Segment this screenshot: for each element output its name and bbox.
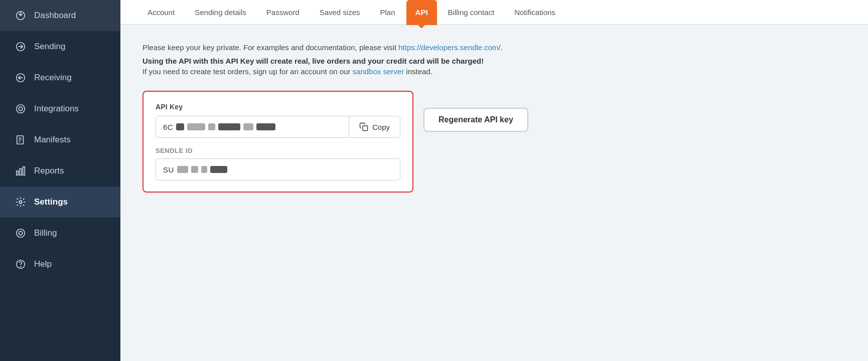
svg-rect-15: [17, 171, 19, 175]
help-icon: [14, 258, 27, 271]
sidebar-item-label: Sending: [34, 42, 65, 52]
api-key-redacted-1: [176, 123, 184, 130]
tab-billing-contact[interactable]: Billing contact: [439, 0, 504, 25]
billing-icon: [14, 227, 27, 240]
sending-icon: [14, 40, 27, 53]
sidebar-item-label: Manifests: [34, 135, 71, 145]
sidebar-item-label: Integrations: [34, 104, 79, 114]
api-key-redacted-3: [208, 123, 215, 130]
svg-point-19: [17, 229, 25, 238]
svg-point-22: [21, 267, 21, 267]
api-section: API Key 6C: [142, 91, 846, 193]
dashboard-icon: [14, 9, 27, 22]
copy-icon: [359, 122, 368, 131]
settings-icon: [14, 196, 27, 209]
api-key-prefix: 6C: [163, 123, 173, 131]
sidebar-item-receiving[interactable]: Receiving: [0, 62, 120, 93]
api-key-redacted-6: [256, 123, 275, 130]
tab-account[interactable]: Account: [138, 0, 184, 25]
svg-rect-16: [20, 168, 22, 175]
reports-icon: [14, 164, 27, 177]
sidebar-item-help[interactable]: Help: [0, 249, 120, 280]
sidebar-item-sending[interactable]: Sending: [0, 31, 120, 62]
api-key-input: 6C: [156, 116, 349, 138]
tab-api[interactable]: API: [406, 0, 437, 25]
sidebar-item-settings[interactable]: Settings: [0, 187, 120, 218]
api-key-label: API Key: [156, 103, 400, 111]
sendle-id-redacted-4: [210, 166, 227, 173]
svg-point-10: [17, 105, 25, 113]
warning-bold-text: Using the API with this API Key will cre…: [142, 57, 846, 65]
receiving-icon: [14, 71, 27, 84]
sidebar-item-billing[interactable]: Billing: [0, 218, 120, 249]
info-text: Please keep your key private. For exampl…: [142, 43, 846, 52]
api-key-row: 6C Copy: [156, 116, 400, 138]
copy-button[interactable]: Copy: [349, 116, 400, 138]
svg-point-20: [19, 231, 22, 235]
sendle-id-redacted-3: [201, 166, 207, 173]
sidebar-item-manifests[interactable]: Manifests: [0, 124, 120, 155]
tab-sending-details[interactable]: Sending details: [186, 0, 255, 25]
warning-block: Using the API with this API Key will cre…: [142, 57, 846, 76]
sidebar-item-dashboard[interactable]: Dashboard: [0, 0, 120, 31]
sandbox-link[interactable]: sandbox server: [353, 67, 404, 76]
sidebar-item-label: Dashboard: [34, 11, 76, 21]
content-area: Please keep your key private. For exampl…: [120, 25, 868, 361]
sidebar: Dashboard Sending Receiving Integrations…: [0, 0, 120, 361]
api-key-redacted-5: [243, 123, 253, 130]
main-content: Account Sending details Password Saved s…: [120, 0, 868, 361]
svg-point-18: [19, 201, 22, 204]
api-key-redacted-2: [187, 123, 205, 130]
sidebar-item-label: Help: [34, 259, 52, 269]
manifests-icon: [14, 133, 27, 146]
docs-link[interactable]: https://developers.sendle.com/: [398, 43, 500, 52]
api-key-redacted-4: [218, 123, 240, 130]
sidebar-item-label: Reports: [34, 166, 64, 176]
tab-plan[interactable]: Plan: [371, 0, 404, 25]
sidebar-item-integrations[interactable]: Integrations: [0, 93, 120, 124]
regenerate-api-key-button[interactable]: Regenerate API key: [423, 108, 528, 132]
sendle-id-label: Sendle ID: [156, 147, 400, 154]
sidebar-item-label: Billing: [34, 228, 57, 238]
sendle-id-redacted-1: [177, 166, 188, 173]
api-key-box: API Key 6C: [142, 91, 413, 193]
svg-rect-17: [23, 167, 25, 175]
sendle-id-input: SU: [156, 158, 400, 180]
sendle-id-prefix: SU: [163, 165, 174, 174]
tab-password[interactable]: Password: [257, 0, 309, 25]
sendle-id-redacted-2: [191, 166, 198, 173]
svg-rect-23: [363, 126, 368, 131]
sidebar-item-reports[interactable]: Reports: [0, 155, 120, 187]
sidebar-item-label: Settings: [34, 197, 68, 207]
integrations-icon: [14, 102, 27, 115]
warning-normal-text: If you need to create test orders, sign …: [142, 67, 846, 76]
tab-notifications[interactable]: Notifications: [505, 0, 564, 25]
sidebar-item-label: Receiving: [34, 73, 72, 83]
tabs-bar: Account Sending details Password Saved s…: [120, 0, 868, 25]
tab-saved-sizes[interactable]: Saved sizes: [311, 0, 369, 25]
